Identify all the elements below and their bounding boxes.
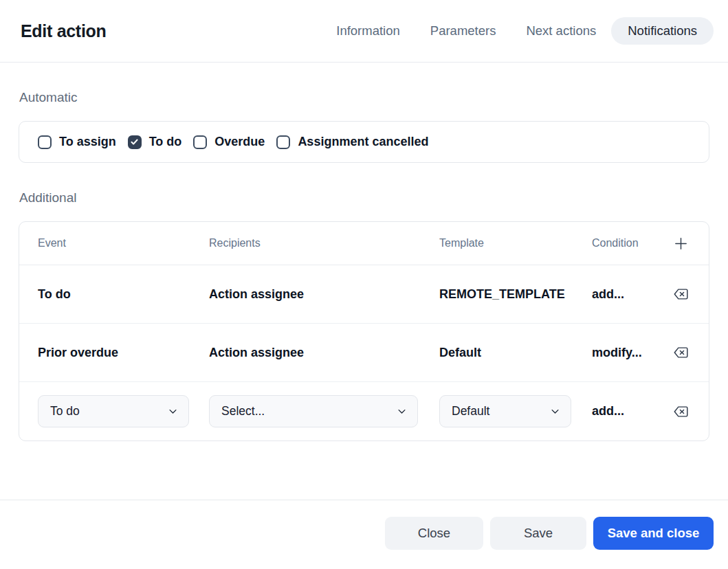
dialog-header: Edit action Information Parameters Next … (0, 0, 728, 63)
tab-parameters[interactable]: Parameters (415, 17, 511, 45)
checkbox-to-do[interactable]: To do (128, 135, 182, 149)
edit-action-dialog: Edit action Information Parameters Next … (0, 0, 728, 550)
cell-condition[interactable]: add... (592, 287, 663, 302)
dialog-body: Automatic To assign To do Overdue Assign… (0, 89, 728, 441)
checkbox-overdue[interactable]: Overdue (193, 135, 265, 149)
template-select[interactable]: Default (439, 395, 571, 427)
additional-section-label: Additional (19, 190, 709, 206)
check-icon (130, 137, 139, 146)
checkbox-to-assign[interactable]: To assign (38, 135, 116, 149)
checkbox-box (38, 135, 52, 149)
table-row: Prior overdue Action assignee Default mo… (19, 324, 709, 382)
tab-information[interactable]: Information (321, 17, 415, 45)
checkbox-label: Assignment cancelled (298, 135, 428, 149)
column-header-recipients: Recipients (209, 237, 439, 249)
chevron-down-icon (168, 406, 178, 416)
table-editor-row: To do Select... Default add.. (19, 382, 709, 440)
automatic-events-card: To assign To do Overdue Assignment cance… (19, 121, 709, 163)
close-button[interactable]: Close (385, 517, 483, 550)
page-title: Edit action (21, 21, 106, 41)
automatic-section-label: Automatic (19, 89, 709, 106)
column-header-template: Template (439, 237, 592, 249)
cell-recipients: Action assignee (209, 287, 439, 302)
table-row: To do Action assignee REMOTE_TEMPLATE ad… (19, 265, 709, 324)
backspace-icon (672, 345, 689, 360)
chevron-down-icon (550, 406, 560, 416)
backspace-icon (672, 404, 689, 419)
table-header-row: Event Recipients Template Condition (19, 222, 709, 265)
select-value: Default (452, 404, 489, 419)
checkbox-box (128, 135, 142, 149)
notifications-table: Event Recipients Template Condition To d… (19, 221, 709, 441)
select-placeholder: Select... (221, 404, 265, 419)
checkbox-label: To assign (59, 135, 116, 149)
tab-next-actions[interactable]: Next actions (511, 17, 611, 45)
event-select[interactable]: To do (38, 395, 189, 427)
save-button[interactable]: Save (490, 517, 586, 550)
tab-bar: Information Parameters Next actions Noti… (321, 17, 714, 45)
select-value: To do (50, 404, 80, 419)
checkbox-label: Overdue (214, 135, 265, 149)
cell-template: Default (439, 346, 592, 360)
plus-icon (673, 236, 689, 252)
column-header-condition: Condition (592, 237, 663, 249)
checkbox-box (193, 135, 207, 149)
delete-row-button[interactable] (671, 403, 690, 421)
save-and-close-button[interactable]: Save and close (593, 517, 714, 550)
column-header-event: Event (38, 237, 209, 249)
backspace-icon (672, 287, 689, 302)
cell-recipients: Action assignee (209, 346, 439, 360)
add-row-button[interactable] (672, 234, 690, 253)
cell-event: Prior overdue (38, 346, 209, 360)
checkbox-assignment-cancelled[interactable]: Assignment cancelled (276, 135, 428, 149)
delete-row-button[interactable] (671, 344, 690, 361)
delete-row-button[interactable] (671, 285, 690, 303)
recipients-select[interactable]: Select... (209, 395, 418, 427)
cell-event: To do (38, 287, 209, 302)
tab-notifications[interactable]: Notifications (611, 17, 714, 45)
checkbox-box (276, 135, 290, 149)
cell-template: REMOTE_TEMPLATE (439, 287, 592, 302)
cell-condition[interactable]: modify... (592, 346, 663, 360)
dialog-footer: Close Save Save and close (0, 500, 728, 550)
chevron-down-icon (397, 406, 407, 416)
cell-condition[interactable]: add... (592, 404, 663, 419)
checkbox-label: To do (149, 135, 182, 149)
